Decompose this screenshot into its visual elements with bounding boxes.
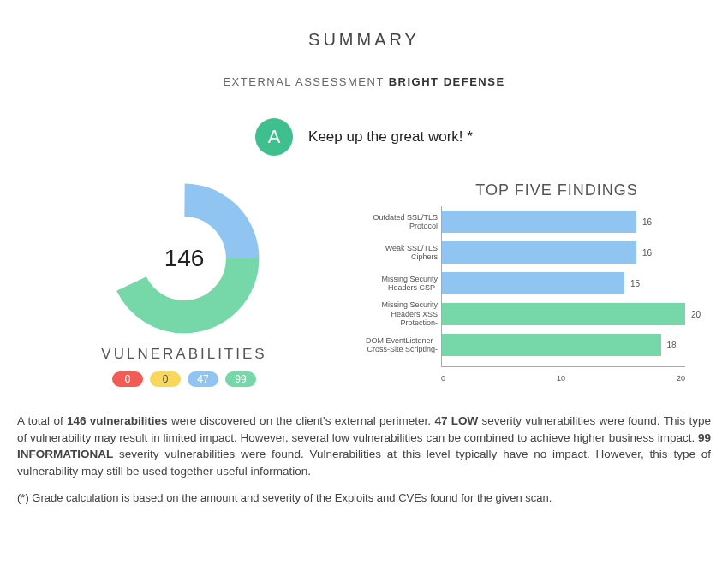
grade-message: Keep up the great work! * [308, 128, 473, 145]
subhead: EXTERNAL ASSESSMENT BRIGHT DEFENSE [0, 75, 728, 88]
donut-chart: 146 [107, 181, 261, 335]
bar-value: 15 [630, 279, 640, 288]
bar-row: Missing Security Headers XSS Protection-… [442, 302, 685, 326]
pill-info: 99 [225, 371, 256, 387]
bar-rect: 15 [442, 272, 624, 294]
grade-badge: A [255, 118, 293, 156]
bar-rect: 18 [442, 334, 661, 356]
bar-row: Missing Security Headers CSP-15 [442, 271, 685, 295]
subhead-strong: BRIGHT DEFENSE [389, 75, 505, 88]
bar-label: Outdated SSL/TLS Protocol [361, 213, 438, 231]
bar-label: Weak SSL/TLS Ciphers [361, 244, 438, 262]
bar-rect: 16 [442, 241, 636, 264]
bar-rect: 20 [442, 303, 685, 325]
bar-label: DOM EventListener - Cross-Site Scripting… [361, 336, 438, 354]
dashboard: 146 VULNERABILITIES 0 0 47 99 TOP FIVE F… [0, 181, 728, 387]
severity-pill-row: 0 0 47 99 [112, 371, 256, 387]
bar-value: 18 [666, 341, 676, 350]
donut-total: 146 [107, 181, 261, 335]
subhead-prefix: EXTERNAL ASSESSMENT [223, 75, 384, 88]
bar-label: Missing Security Headers XSS Protection- [361, 300, 438, 327]
x-tick: 20 [677, 374, 685, 383]
pill-critical: 0 [112, 371, 143, 387]
top-five-title: TOP FIVE FINDINGS [411, 181, 702, 199]
top-five-panel: TOP FIVE FINDINGS Outdated SSL/TLS Proto… [360, 181, 702, 387]
page-title: SUMMARY [0, 30, 728, 50]
summary-paragraph: A total of 146 vulnerabilities were disc… [17, 413, 711, 479]
x-tick: 10 [557, 374, 565, 383]
bar-row: DOM EventListener - Cross-Site Scripting… [442, 333, 685, 357]
grade-row: A Keep up the great work! * [0, 118, 728, 156]
bar-value: 20 [691, 310, 701, 319]
bar-rect: 16 [442, 211, 636, 233]
bar-value: 16 [642, 248, 652, 258]
vulnerabilities-panel: 146 VULNERABILITIES 0 0 47 99 [60, 181, 308, 387]
bar-value: 16 [642, 217, 652, 227]
bar-row: Weak SSL/TLS Ciphers16 [442, 240, 685, 264]
x-axis: 01020 [441, 374, 685, 383]
vulnerabilities-title: VULNERABILITIES [101, 346, 266, 363]
bar-label: Missing Security Headers CSP- [361, 275, 438, 293]
footnote: (*) Grade calculation is based on the am… [17, 491, 711, 504]
bar-chart: Outdated SSL/TLS Protocol16Weak SSL/TLS … [360, 206, 685, 386]
x-tick: 0 [441, 374, 445, 383]
bar-row: Outdated SSL/TLS Protocol16 [442, 210, 685, 234]
bars-area: Outdated SSL/TLS Protocol16Weak SSL/TLS … [441, 206, 685, 367]
pill-medium: 0 [150, 371, 181, 387]
pill-low: 47 [188, 371, 218, 387]
